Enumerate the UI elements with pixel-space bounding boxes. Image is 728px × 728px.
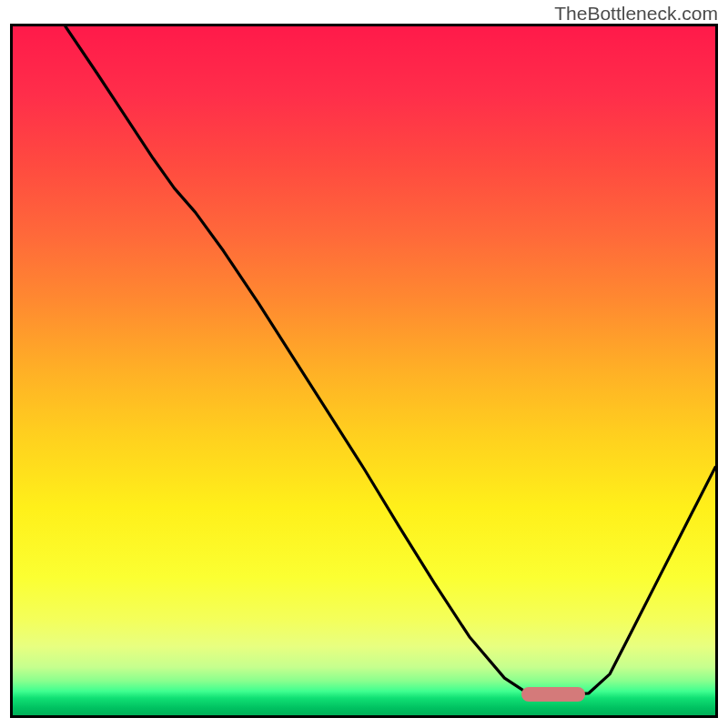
optimal-point-marker [521, 687, 585, 702]
bottleneck-gradient-background [13, 26, 715, 715]
watermark-text: TheBottleneck.com [554, 3, 718, 25]
chart-frame [10, 24, 718, 718]
svg-rect-0 [13, 26, 715, 715]
